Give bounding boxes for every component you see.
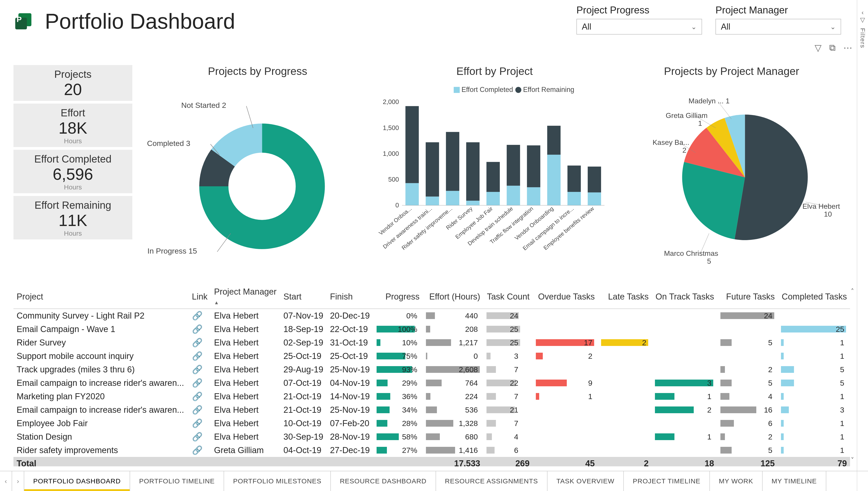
link-icon[interactable]: 🔗 [192, 311, 202, 320]
svg-rect-34 [527, 145, 540, 187]
donut-chart: Not Started 2Completed 3In Progress 15 [139, 81, 376, 274]
page-title: Portfolio Dashboard [45, 9, 235, 34]
svg-text:1: 1 [698, 119, 702, 127]
project-logo: P [13, 10, 36, 32]
column-header[interactable]: Progress [373, 285, 423, 309]
svg-text:5: 5 [707, 257, 711, 265]
kpi-unit: Hours [13, 183, 132, 191]
link-icon[interactable]: 🔗 [192, 365, 202, 374]
link-icon[interactable]: 🔗 [192, 338, 202, 347]
column-header[interactable]: Future Tasks [717, 285, 778, 309]
table-row[interactable]: Employee Job Fair🔗Elva Hebert10-Oct-1907… [13, 416, 850, 430]
svg-rect-15 [405, 183, 419, 205]
page-tab[interactable]: MY TIMELINE [763, 471, 826, 491]
chevron-down-icon: ⌄ [691, 23, 697, 31]
kpi-projects[interactable]: Projects 20 [13, 65, 132, 101]
svg-line-0 [246, 106, 253, 128]
svg-text:Effort Remaining: Effort Remaining [523, 86, 574, 93]
table-row[interactable]: Email campaign to increase rider's aware… [13, 403, 850, 416]
table-row[interactable]: Rider safety improvements🔗Greta Gilliam0… [13, 443, 850, 457]
column-header[interactable]: On Track Tasks [652, 285, 717, 309]
page-tab[interactable]: RESOURCE ASSIGNMENTS [436, 471, 548, 491]
table-row[interactable]: Rider Survey🔗Elva Hebert02-Sep-1931-Oct-… [13, 336, 850, 349]
page-tab[interactable]: TASK OVERVIEW [548, 471, 624, 491]
kpi-label: Projects [13, 68, 132, 80]
link-icon[interactable]: 🔗 [192, 378, 202, 388]
more-options-icon[interactable]: ⋯ [843, 42, 852, 53]
tab-nav-prev[interactable]: ‹ [0, 471, 12, 491]
scrollbar-down-icon[interactable]: ˅ [851, 456, 854, 464]
page-tab[interactable]: PORTFOLIO DASHBOARD [24, 471, 130, 491]
chart-projects-by-pm[interactable]: Projects by Project Manager Madelyn ... … [613, 65, 850, 280]
kpi-effort-remaining[interactable]: Effort Remaining 11K Hours [13, 196, 132, 239]
svg-rect-19 [426, 142, 439, 197]
kpi-label: Effort [13, 107, 132, 119]
link-icon[interactable]: 🔗 [192, 405, 202, 414]
column-header[interactable]: Project Manager▲ [211, 285, 280, 309]
filters-pane-collapsed[interactable]: ‹ ▽ Filters [857, 0, 868, 491]
slicer-value: All [721, 22, 730, 32]
column-header[interactable]: Overdue Tasks [533, 285, 598, 309]
column-header[interactable]: Completed Tasks [778, 285, 850, 309]
filter-icon[interactable]: ▽ [815, 42, 821, 53]
column-header[interactable]: Late Tasks [598, 285, 652, 309]
chart-title: Projects by Progress [139, 65, 376, 77]
table-row[interactable]: Marketing plan FY2020🔗Elva Hebert21-Oct-… [13, 389, 850, 403]
stacked-bar-chart: Effort CompletedEffort Remaining05001,00… [376, 81, 613, 274]
tab-nav-next[interactable]: › [12, 471, 24, 491]
svg-text:1,000: 1,000 [383, 150, 399, 157]
funnel-icon: ▽ [860, 16, 865, 24]
kpi-value: 20 [13, 80, 132, 99]
svg-text:0: 0 [395, 202, 399, 209]
svg-rect-16 [405, 106, 419, 183]
kpi-unit: Hours [13, 137, 132, 145]
table-row[interactable]: Track upgrades (miles 3 thru 6)🔗Elva Heb… [13, 363, 850, 376]
column-header[interactable]: Start [280, 285, 327, 309]
chevron-left-icon: ‹ [862, 9, 864, 16]
page-tab[interactable]: RESOURCE DASHBOARD [331, 471, 436, 491]
chart-effort-by-project[interactable]: Effort by Project Effort CompletedEffort… [376, 65, 613, 280]
table-row[interactable]: Support mobile account inquiry🔗Elva Hebe… [13, 349, 850, 363]
scrollbar-up-icon[interactable]: ˄ [851, 287, 854, 295]
svg-point-8 [515, 87, 521, 93]
slicer-value: All [582, 22, 591, 32]
column-header[interactable]: Finish [327, 285, 373, 309]
chart-projects-by-progress[interactable]: Projects by Progress Not Started 2Comple… [139, 65, 376, 280]
column-header[interactable]: Link [189, 285, 211, 309]
svg-rect-21 [446, 191, 459, 205]
column-header[interactable]: Task Count [483, 285, 533, 309]
chevron-down-icon: ⌄ [830, 23, 836, 31]
kpi-unit: Hours [13, 230, 132, 237]
page-tab[interactable]: MY WORK [710, 471, 763, 491]
link-icon[interactable]: 🔗 [192, 351, 202, 361]
column-header[interactable]: Project [13, 285, 189, 309]
svg-text:Employee Job Fair: Employee Job Fair [454, 205, 494, 240]
link-icon[interactable]: 🔗 [192, 418, 202, 428]
projects-table[interactable]: ProjectLinkProject Manager▲StartFinishPr… [13, 285, 850, 466]
table-row[interactable]: Community Survey - Light Rail P2🔗Elva He… [13, 309, 850, 322]
table-row[interactable]: Station Design🔗Elva Hebert30-Sep-1928-No… [13, 430, 850, 443]
svg-rect-39 [567, 192, 581, 205]
column-header[interactable]: Effort (Hours) [423, 285, 483, 309]
svg-rect-28 [486, 162, 500, 192]
link-icon[interactable]: 🔗 [192, 432, 202, 441]
link-icon[interactable]: 🔗 [192, 445, 202, 455]
page-tab[interactable]: PORTFOLIO TIMELINE [130, 471, 224, 491]
svg-rect-6 [453, 87, 459, 93]
svg-text:Effort Completed: Effort Completed [461, 86, 513, 93]
kpi-effort[interactable]: Effort 18K Hours [13, 104, 132, 147]
focus-mode-icon[interactable]: ⧉ [829, 42, 836, 53]
pie-chart: Madelyn ... 1Greta Gilliam1Kasey Ba...2M… [613, 81, 850, 274]
table-row[interactable]: Email Campaign - Wave 1🔗Elva Hebert18-Se… [13, 322, 850, 336]
table-row[interactable]: Email campaign to increase rider's aware… [13, 376, 850, 389]
kpi-cards: Projects 20 Effort 18K Hours Effort Comp… [13, 65, 132, 242]
slicer-dropdown-manager[interactable]: All ⌄ [716, 19, 841, 34]
link-icon[interactable]: 🔗 [192, 324, 202, 334]
slicer-dropdown-progress[interactable]: All ⌄ [577, 19, 702, 34]
page-tab[interactable]: PORTFOLIO MILESTONES [224, 471, 331, 491]
svg-rect-27 [486, 192, 500, 205]
kpi-effort-completed[interactable]: Effort Completed 6,596 Hours [13, 150, 132, 193]
svg-rect-18 [426, 197, 439, 205]
link-icon[interactable]: 🔗 [192, 392, 202, 401]
page-tab[interactable]: PROJECT TIMELINE [624, 471, 710, 491]
